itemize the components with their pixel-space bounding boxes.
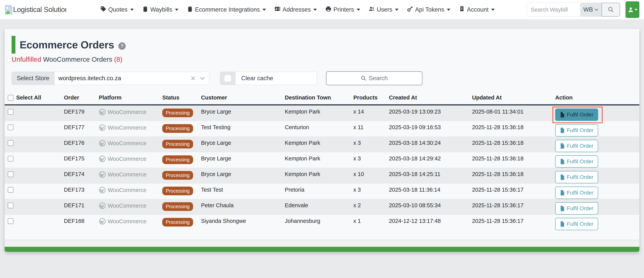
fulfil-order-button[interactable]: Fulfil Order — [555, 202, 598, 215]
chevron-down-icon — [594, 8, 598, 11]
file-icon — [560, 205, 565, 211]
nav-item-account[interactable]: Account — [459, 6, 495, 14]
status-cell: Processing — [161, 105, 200, 121]
fulfil-order-button[interactable]: Fulfil Order — [555, 187, 598, 199]
fulfil-order-label: Fulfil Order — [567, 205, 593, 211]
row-checkbox[interactable] — [8, 156, 14, 162]
clear-cache-group: Clear cache — [220, 72, 317, 85]
platform-cell: WooCommerce — [97, 121, 161, 137]
status-cell: Processing — [161, 183, 200, 199]
tag-icon — [100, 6, 106, 14]
destination-town-cell: Kempton Park — [283, 105, 352, 121]
search-type-value: WB — [583, 6, 593, 13]
fulfil-order-button[interactable]: Fulfil Order — [555, 155, 598, 168]
fulfil-order-button[interactable]: Fulfil Order — [555, 218, 598, 230]
subtitle-count: (8) — [114, 56, 122, 63]
fulfil-order-button[interactable]: Fulfil Order — [555, 140, 598, 152]
customer-cell: Test Test — [200, 183, 283, 199]
table-search-placeholder: Search — [369, 75, 388, 82]
table-search-input[interactable]: Search — [326, 71, 422, 85]
row-select-cell — [4, 121, 62, 137]
destination-town-cell: Kempton Park — [283, 168, 352, 183]
file-icon — [560, 143, 565, 149]
search-submit-button[interactable] — [602, 3, 620, 17]
row-checkbox[interactable] — [8, 140, 14, 146]
table-row: DEF168 WooCommerce Processing Siyanda Sh… — [4, 215, 640, 230]
file-icon — [560, 174, 565, 180]
nav-item-api-tokens[interactable]: Api Tokens — [407, 6, 450, 14]
wordpress-icon — [99, 155, 106, 162]
created-at-cell: 2024-12-12 13:17:48 — [387, 215, 470, 230]
page-subtitle: Unfulfilled WooCommerce Orders (8) — [12, 56, 632, 63]
caret-down-icon — [130, 9, 134, 11]
nav-item-addresses[interactable]: Addresses — [274, 6, 317, 14]
card-footer — [4, 240, 640, 247]
row-checkbox[interactable] — [8, 109, 14, 115]
row-checkbox[interactable] — [8, 125, 14, 130]
row-checkbox[interactable] — [8, 171, 14, 177]
clear-cache-checkbox[interactable] — [224, 75, 231, 82]
products-cell: x 11 — [352, 121, 387, 137]
status-cell: Processing — [161, 121, 200, 137]
search-waybill-input[interactable] — [527, 3, 580, 17]
row-select-cell — [4, 152, 62, 168]
clipboard-icon — [187, 6, 193, 14]
row-checkbox[interactable] — [8, 203, 14, 208]
order-cell: DEF177 — [62, 121, 97, 137]
caret-down-icon — [357, 9, 360, 11]
products-cell: x 3 — [352, 152, 387, 168]
created-at-cell: 2025-03-18 11:36:14 — [387, 183, 470, 199]
status-badge: Processing — [162, 124, 193, 133]
brand-name: Logistical Solutions — [13, 6, 66, 14]
status-cell: Processing — [161, 168, 200, 183]
nav-item-quotes[interactable]: Quotes — [100, 6, 134, 14]
nav-item-ecommerce-integrations[interactable]: Ecommerce Integrations — [187, 6, 266, 14]
table-row: DEF179 WooCommerce Processing Bryce Larg… — [4, 105, 640, 121]
customer-cell: Bryce Large — [200, 137, 283, 152]
chevron-down-icon[interactable] — [200, 77, 205, 80]
products-cell: x 1 — [352, 215, 387, 230]
fulfil-order-button[interactable]: Fulfil Order — [555, 109, 598, 121]
created-at-cell: 2025-03-18 14:30:24 — [387, 137, 470, 152]
table-row: DEF177 WooCommerce Processing Test Testi… — [4, 121, 640, 137]
store-select[interactable]: wordpress.itetech.co.za — [54, 72, 209, 85]
fulfil-order-button[interactable]: Fulfil Order — [555, 171, 598, 183]
row-select-cell — [4, 137, 62, 152]
ecommerce-orders-card: Ecommerce Orders ? Unfulfilled WooCommer… — [4, 29, 640, 252]
created-at-cell: 2025-03-18 14:29:42 — [387, 152, 470, 168]
fulfil-order-label: Fulfil Order — [567, 158, 593, 165]
platform-label: WooCommerce — [108, 109, 146, 115]
status-badge: Processing — [162, 140, 193, 148]
user-menu-button[interactable] — [626, 1, 640, 18]
page-header: Ecommerce Orders ? Unfulfilled WooCommer… — [4, 29, 640, 63]
fulfil-order-label: Fulfil Order — [567, 174, 593, 180]
search-icon — [361, 75, 366, 81]
column-header-action: Action — [554, 92, 640, 105]
nav-item-printers[interactable]: Printers — [325, 6, 360, 14]
row-checkbox[interactable] — [8, 187, 14, 193]
fulfil-order-button[interactable]: Fulfil Order — [555, 124, 598, 136]
products-cell: x 3 — [352, 137, 387, 152]
destination-town-cell: Centurion — [283, 121, 352, 137]
wordpress-icon — [99, 218, 106, 225]
destination-town-cell: Kempton Park — [283, 152, 352, 168]
caret-down-icon — [175, 9, 178, 11]
created-at-cell: 2025-03-19 13:09:23 — [387, 105, 470, 121]
nav-item-users[interactable]: Users — [369, 6, 398, 14]
platform-cell: WooCommerce — [97, 168, 161, 183]
column-header-status: Status — [161, 92, 200, 105]
search-icon — [608, 6, 614, 13]
subtitle-unfulfilled: Unfulfilled — [12, 56, 41, 63]
products-cell: x 14 — [352, 105, 387, 121]
table-row: DEF174 WooCommerce Processing Bryce Larg… — [4, 168, 640, 183]
question-icon[interactable]: ? — [118, 43, 126, 50]
search-type-select[interactable]: WB — [580, 3, 602, 17]
user-icon — [628, 6, 634, 13]
row-checkbox[interactable] — [8, 218, 14, 224]
select-all-checkbox[interactable] — [8, 95, 14, 101]
brand[interactable]: Logistical Solutions — [4, 5, 68, 15]
nav-item-waybills[interactable]: Waybills — [142, 6, 178, 14]
orders-table: Select AllOrderPlatformStatusCustomerDes… — [4, 92, 640, 230]
close-icon[interactable] — [190, 76, 196, 81]
fulfil-order-label: Fulfil Order — [567, 190, 593, 196]
